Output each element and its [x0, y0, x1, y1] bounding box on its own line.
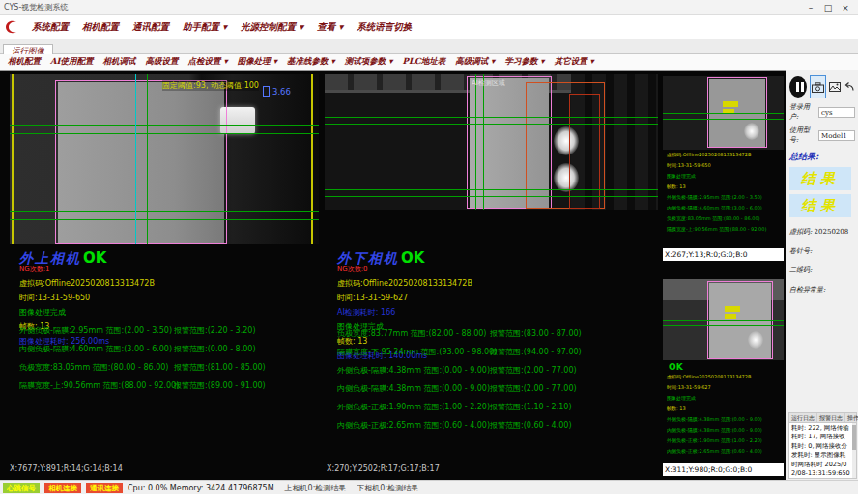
- roi-rect-red: [569, 94, 600, 209]
- camera-connect-badge: 相机连接: [44, 483, 81, 493]
- lower-camera-result-link[interactable]: 下相机0:检测结果: [357, 483, 418, 493]
- pixel-coords-outer-lower: X:270;Y:2502;R:17;G:17;B:17: [327, 464, 440, 473]
- measurement-value: 外侧负极-隔膜:2.95mm 范围:(2.00 - 3.50): [19, 325, 172, 336]
- toolbar-item[interactable]: PLC地址表: [403, 56, 446, 68]
- sidebar-buttons: [789, 75, 855, 98]
- camera-capture-button[interactable]: [810, 75, 826, 98]
- menu-bar: 系统配置相机配置通讯配置助手配置 ▾光源控制配置 ▾查看 ▾系统语言切换: [0, 15, 858, 39]
- small-camera-view-bottom[interactable]: OK 虚拟码:Offline2025020813313472B 时间:13-31…: [663, 264, 784, 477]
- menu-item[interactable]: 助手配置 ▾: [176, 21, 234, 34]
- qr-code-label: 二维码:: [789, 266, 855, 275]
- measurement-line: 内侧负极-正极:2.65mm 范围:(0.60 - 4.00): [667, 446, 784, 457]
- alarm-range: 报警范围:(0.00 - 8.00): [174, 344, 256, 354]
- pause-button[interactable]: [789, 76, 807, 98]
- measurement-value: 负极宽度:83.05mm 范围:(80.00 - 86.00): [19, 362, 168, 373]
- alarm-range: 报警范围:(83.00 - 87.00): [490, 328, 582, 339]
- close-button[interactable]: ×: [837, 3, 854, 13]
- undo-arrow-icon[interactable]: [844, 82, 855, 92]
- bright-spot: [744, 123, 759, 140]
- menu-item[interactable]: 查看 ▾: [310, 21, 350, 34]
- measurement-value: 内侧负极-隔膜:4.60mm 范围:(3.00 - 6.00): [19, 344, 172, 354]
- camera-icon: [812, 82, 824, 93]
- small-camera-view-top[interactable]: 虚拟码:Offline2025020813313472B 时间:13-31-59…: [663, 72, 784, 262]
- measure-line-green: [663, 325, 784, 326]
- model-field[interactable]: Model1: [818, 130, 855, 141]
- measurement-value: 内侧负极-正极:2.65mm 范围:(0.60 - 4.00): [337, 420, 490, 431]
- toolbar-item[interactable]: 图像处理 ▾: [238, 56, 277, 68]
- menu-item[interactable]: 系统语言切换: [350, 21, 418, 34]
- maximize-button[interactable]: □: [819, 3, 837, 13]
- yellow-label-chip: [725, 314, 736, 319]
- camera-name: 外下相机: [337, 250, 399, 266]
- small-image-bottom: [663, 279, 784, 360]
- minimize-button[interactable]: –: [802, 3, 819, 13]
- scrollbar-thumb[interactable]: [852, 425, 856, 450]
- menu-item[interactable]: 系统配置: [25, 21, 75, 34]
- bright-spot: [748, 331, 763, 349]
- comm-connect-badge: 通讯连接: [86, 483, 123, 493]
- measure-line-green: [10, 133, 319, 134]
- result-ok-label: OK: [663, 362, 784, 372]
- alarm-range: 报警范围:(2.00 - 77.00): [490, 365, 577, 376]
- measurement-value: 外侧负极-正极:1.90mm 范围:(1.00 - 2.20): [337, 402, 490, 412]
- alarm-range: 报警范围:(2.20 - 3.20): [174, 325, 256, 336]
- toolbar-item[interactable]: 相机调试: [103, 56, 136, 68]
- toolbar-item[interactable]: 基准线参数 ▾: [287, 56, 335, 68]
- barcode-line: 虚拟码:Offline2025020813313472B: [667, 150, 784, 160]
- measure-line-green: [325, 124, 658, 125]
- toolbar-item[interactable]: 测试项参数 ▾: [345, 56, 393, 68]
- menu-item[interactable]: 通讯配置: [126, 21, 176, 34]
- menu-item[interactable]: 相机配置: [75, 21, 126, 34]
- log-tab[interactable]: 操作日志: [845, 413, 858, 422]
- toolbar-item[interactable]: 学习参数 ▾: [504, 56, 544, 68]
- alarm-range: 报警范围:(94.00 - 97.00): [490, 347, 582, 357]
- log-panel: 运行日志报警日志操作日志 耗时: 222, 网络传输耗时: 17, 网络接收耗时…: [788, 412, 857, 479]
- small-image-top: [663, 76, 784, 150]
- measurement-value: 负极宽度:83.77mm 范围:(82.00 - 88.00): [337, 328, 486, 339]
- login-user-field[interactable]: cys: [818, 107, 855, 118]
- log-scrollbar[interactable]: [852, 423, 856, 478]
- process-done-line: 图像处理完成: [667, 171, 784, 182]
- measure-line-green: [10, 211, 319, 212]
- yellow-label-chip: [725, 306, 740, 312]
- measure-line-green: [325, 196, 658, 197]
- camera-view-outer-upper[interactable]: 固定阈值:93, 动态阈值:100 3.66: [10, 74, 319, 244]
- login-user-row: 登录用户: cys: [789, 102, 855, 122]
- pixel-coords-small-top: X:267;Y:13;R:0;G:0;B:0: [663, 248, 784, 261]
- ai-time-line: AI检测耗时: 166: [337, 307, 646, 318]
- measure-vline-cyan: [135, 74, 136, 244]
- image-icon[interactable]: [829, 82, 841, 92]
- upper-camera-result-link[interactable]: 上相机0:检测结果: [285, 483, 347, 493]
- ai-region-label: AI检测区域: [472, 78, 505, 88]
- toolbar-item[interactable]: 高级设置: [146, 56, 179, 68]
- time-line: 时间:13-31-59-650: [667, 160, 784, 171]
- measurement-row: 隔膜宽度-上:90.56mm 范围:(88.00 - 92.00) 报警范围:(…: [19, 380, 343, 399]
- toolbar-item[interactable]: 其它设置 ▾: [555, 56, 594, 68]
- measurement-list-outer-upper: 外侧负极-隔膜:2.95mm 范围:(2.00 - 3.50) 报警范围:(2.…: [19, 325, 343, 399]
- measure-line-green: [325, 189, 658, 190]
- log-tab[interactable]: 报警日志: [817, 413, 845, 422]
- measurement-line: 内侧负极-隔膜:4.38mm 范围:(0.00 - 9.00): [667, 425, 784, 435]
- result-box-upper: 结果: [789, 167, 851, 190]
- window-title: CYS-视觉检测系统: [4, 2, 68, 13]
- log-body[interactable]: 耗时: 222, 网络传输耗时: 17, 网络接收耗时: 0, 网络接收分发耗时…: [788, 423, 857, 479]
- toolbar-item[interactable]: AI使用配置: [50, 56, 94, 68]
- toolbar-item[interactable]: 点检设置 ▾: [188, 56, 228, 68]
- log-tab[interactable]: 运行日志: [789, 413, 817, 422]
- measurement-row: 负极宽度:83.77mm 范围:(82.00 - 88.00) 报警范围:(83…: [337, 328, 661, 347]
- barcode-line: 虚拟码:Offline2025020813313472B: [667, 372, 784, 382]
- menu-item[interactable]: 光源控制配置 ▾: [234, 21, 310, 34]
- toolbar-item[interactable]: 相机配置: [8, 56, 41, 68]
- yellow-label-chip: [723, 101, 738, 107]
- frame-count-line: 帧数: 13: [667, 404, 784, 414]
- camera-view-outer-lower[interactable]: AI检测区域: [325, 74, 658, 210]
- measure-line-green: [10, 125, 319, 126]
- model-row: 使用型号: Model1: [789, 126, 855, 145]
- frame-count-line: 帧数: 13: [667, 182, 784, 192]
- model-label: 使用型号:: [789, 126, 816, 145]
- camera-name: 外上相机: [19, 250, 81, 266]
- toolbar-item[interactable]: 高级调试 ▾: [455, 56, 495, 68]
- alarm-range: 报警范围:(81.00 - 85.00): [174, 362, 266, 373]
- measurement-line: 外侧负极-隔膜:4.38mm 范围:(0.00 - 9.00): [667, 414, 784, 425]
- pixel-coords-small-bottom: X:311;Y:980;R:0;G:0;B:0: [663, 463, 784, 476]
